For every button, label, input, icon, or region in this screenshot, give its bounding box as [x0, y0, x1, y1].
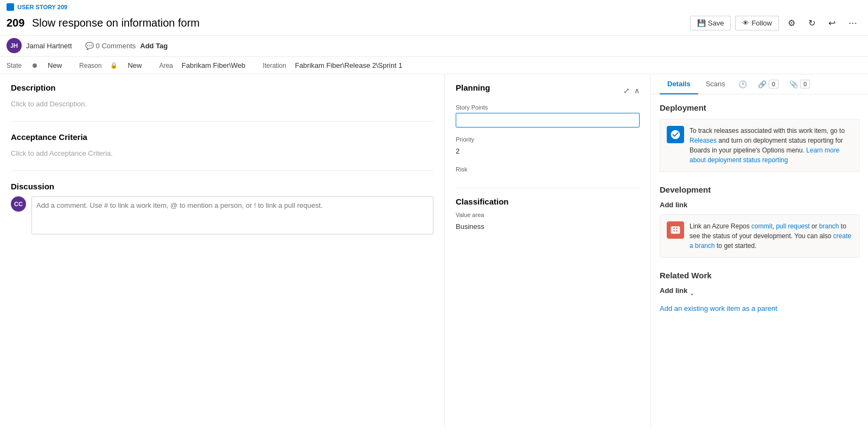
risk-value[interactable]: [456, 175, 640, 179]
right-tabs: Details Scans 🕐 🔗 0 📎 0: [651, 74, 868, 94]
acceptance-criteria-section: Acceptance Criteria Click to add Accepta…: [11, 132, 433, 171]
risk-label: Risk: [456, 166, 640, 173]
comment-input[interactable]: [31, 196, 433, 234]
save-icon: 💾: [697, 19, 706, 27]
git-icon: [667, 221, 684, 239]
history-icon: 🕐: [738, 80, 747, 88]
related-work-add-link-button[interactable]: Add link: [660, 286, 687, 295]
priority-value[interactable]: 2: [456, 145, 640, 157]
links-icon: 🔗: [758, 80, 767, 88]
story-points-field: Story Points: [456, 104, 640, 127]
pull-request-link[interactable]: pull request: [776, 222, 809, 230]
development-title: Development: [660, 185, 859, 194]
story-points-label: Story Points: [456, 104, 640, 111]
priority-label: Priority: [456, 136, 640, 143]
state-section: State New: [7, 57, 62, 74]
commit-link[interactable]: commit: [751, 222, 773, 230]
links-count: 0: [769, 80, 778, 88]
acceptance-placeholder[interactable]: Click to add Acceptance Criteria.: [11, 147, 433, 160]
work-item-title-text: Slow response on information form: [32, 17, 200, 29]
deploy-icon: [667, 126, 684, 143]
work-item-id: 209: [7, 17, 24, 29]
state-label: State: [7, 62, 22, 69]
attachments-icon: 📎: [789, 80, 798, 88]
main-content: Description Click to add Description. Ac…: [0, 74, 868, 428]
related-work-add-link-row: Add link ⌄: [660, 286, 859, 300]
planning-icons: ⤢ ∧: [623, 86, 640, 95]
chevron-down-icon: ⌄: [690, 290, 694, 297]
expand-icon[interactable]: ⤢: [623, 86, 630, 95]
area-label: Area: [159, 62, 173, 69]
add-parent-row: Add an existing work item as a parent: [660, 304, 859, 313]
state-value[interactable]: New: [48, 61, 62, 69]
development-add-link-button[interactable]: Add link: [660, 201, 687, 209]
state-indicator: [33, 63, 37, 68]
attachments-count: 0: [800, 80, 810, 88]
save-button[interactable]: 💾 Save: [690, 16, 731, 30]
tab-details[interactable]: Details: [660, 74, 698, 94]
deployment-info-box: To track releases associated with this w…: [660, 119, 859, 172]
meta-row: State New Reason 🔒 New Area Fabrikam Fib…: [0, 57, 868, 74]
reason-label: Reason: [79, 62, 101, 69]
deployment-title: Deployment: [660, 103, 859, 112]
add-tag-button[interactable]: Add Tag: [140, 42, 168, 50]
discussion-title: Discussion: [11, 182, 433, 191]
top-bar: USER STORY 209 209 Slow response on info…: [0, 0, 868, 36]
description-title: Description: [11, 83, 433, 92]
lock-icon: 🔒: [110, 62, 118, 69]
area-value[interactable]: Fabrikam Fiber\Web: [182, 61, 246, 69]
tab-attachments[interactable]: 📎 0: [784, 75, 815, 93]
related-work-title: Related Work: [660, 271, 859, 280]
deployment-section: Deployment To track releases associated …: [660, 103, 859, 172]
learn-more-link[interactable]: Learn more about deployment status repor…: [690, 146, 839, 164]
author-row: JH Jamal Hartnett 💬 0 Comments Add Tag: [0, 36, 868, 57]
left-panel: Description Click to add Description. Ac…: [0, 74, 445, 428]
iteration-value[interactable]: Fabrikam Fiber\Release 2\Sprint 1: [295, 61, 403, 69]
reason-value[interactable]: New: [127, 61, 142, 69]
development-info-box: Link an Azure Repos commit, pull request…: [660, 214, 859, 258]
refresh-button[interactable]: ↻: [804, 15, 820, 31]
collapse-icon[interactable]: ∧: [634, 86, 640, 95]
branch-link[interactable]: branch: [819, 222, 839, 230]
classification-section: Classification Value area Business: [456, 188, 640, 233]
commenter-avatar: CC: [11, 196, 26, 212]
priority-field: Priority 2: [456, 136, 640, 157]
work-item-title: 209 Slow response on information form: [7, 17, 200, 29]
reason-section: Reason 🔒 New: [79, 57, 142, 74]
undo-button[interactable]: ↩: [824, 15, 840, 31]
follow-button[interactable]: 👁 Follow: [735, 16, 779, 30]
description-section: Description Click to add Description.: [11, 83, 433, 122]
releases-link[interactable]: Releases: [690, 137, 717, 144]
create-branch-link[interactable]: create a branch: [690, 232, 851, 250]
iteration-section: Iteration Fabrikam Fiber\Release 2\Sprin…: [263, 57, 402, 74]
avatar: JH: [7, 38, 22, 53]
title-row: 209 Slow response on information form 💾 …: [7, 13, 861, 35]
value-area-label: Value area: [456, 212, 640, 218]
author-name: Jamal Hartnett: [26, 42, 72, 50]
more-options-button[interactable]: ⋯: [844, 15, 861, 31]
story-points-input[interactable]: [456, 113, 640, 127]
right-panel: Details Scans 🕐 🔗 0 📎 0 Deployment: [651, 74, 868, 428]
planning-title: Planning: [456, 83, 490, 92]
settings-button[interactable]: ⚙: [783, 15, 800, 31]
description-placeholder[interactable]: Click to add Description.: [11, 98, 433, 110]
discussion-comment-row: CC: [11, 196, 433, 234]
follow-icon: 👁: [742, 19, 749, 27]
related-work-section: Related Work Add link ⌄ Add an existing …: [660, 271, 859, 313]
tab-history[interactable]: 🕐: [733, 76, 752, 93]
acceptance-title: Acceptance Criteria: [11, 132, 433, 142]
comments-button[interactable]: 💬 0 Comments: [85, 42, 136, 50]
value-area-value[interactable]: Business: [456, 220, 640, 233]
user-story-icon: [7, 3, 14, 11]
middle-panel: Planning ⤢ ∧ Story Points Priority 2 Ris…: [445, 74, 651, 428]
deployment-description: To track releases associated with this w…: [690, 126, 852, 165]
tab-links[interactable]: 🔗 0: [752, 75, 784, 93]
risk-field: Risk: [456, 166, 640, 179]
area-section: Area Fabrikam Fiber\Web: [159, 57, 245, 74]
tab-scans[interactable]: Scans: [698, 74, 733, 94]
add-parent-link[interactable]: Add an existing work item as a parent: [660, 304, 777, 313]
development-description: Link an Azure Repos commit, pull request…: [690, 221, 852, 251]
right-content: Deployment To track releases associated …: [651, 94, 868, 321]
discussion-section: Discussion CC: [11, 182, 433, 234]
classification-title: Classification: [456, 197, 640, 206]
